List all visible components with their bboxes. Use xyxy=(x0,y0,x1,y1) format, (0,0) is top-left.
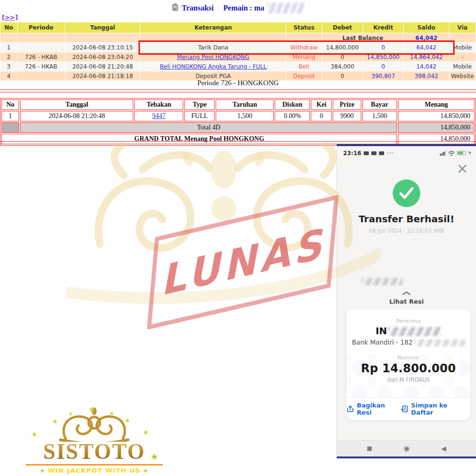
receipt-card: Penerima IN Bank Mandiri - 182 Nominal R… xyxy=(347,309,470,420)
last-balance-label: Last Balance xyxy=(322,33,404,42)
share-receipt-button[interactable]: Bagikan Resi xyxy=(347,402,401,416)
receipt-handle-label[interactable]: Lihat Resi xyxy=(337,298,476,305)
recipient-name: IN xyxy=(347,325,470,337)
grand-total-row: GRAND TOTAL Menang Pool HONGKONG 14,850,… xyxy=(1,134,475,144)
nav-home-icon[interactable]: ◉ xyxy=(404,444,410,453)
redacted-account-blur xyxy=(414,339,465,347)
nav-recent-icon[interactable]: ■ xyxy=(367,445,372,452)
bet-row: 1 2024-06-08 21:20:48 9447 FULL 1,500 0.… xyxy=(1,111,475,121)
col-no: No xyxy=(0,22,17,33)
col-periode: Periode xyxy=(18,22,65,33)
beli-hongkong-link[interactable]: Beli HONGKONG Angka Tarung - FULL xyxy=(160,63,267,70)
phone-status-bar: 23:16 ··· ϟ xyxy=(337,146,476,157)
logo-tagline: ★ WIN JACKPOT WITH US ★ xyxy=(23,467,166,474)
divider xyxy=(0,92,476,92)
table-header-row: No Periode Tanggal Keterangan Status Deb… xyxy=(0,22,476,33)
keyboard-icon xyxy=(379,151,384,155)
col-tanggal: Tanggal xyxy=(65,22,140,33)
recipient-label: Penerima xyxy=(347,318,470,324)
menang-pool-link[interactable]: Menang Pool HONGKONG xyxy=(177,54,249,60)
android-nav-bar: ■ ◉ ◀ xyxy=(337,440,476,456)
last-balance-value: 64,042 xyxy=(404,33,449,42)
star-icon: ★ xyxy=(40,467,45,474)
receipt-actions: Bagikan Resi Simpan ke Daftar xyxy=(347,397,470,420)
nav-back-icon[interactable]: ◀ xyxy=(441,445,446,452)
save-to-list-button[interactable]: Simpan ke Daftar xyxy=(401,402,470,416)
periode-title: Periode 726 - HONGKONG xyxy=(0,79,476,87)
col-debet: Debet xyxy=(322,22,363,33)
battery-icon xyxy=(457,151,466,155)
close-icon[interactable]: × xyxy=(456,161,468,176)
bet-detail-table: No Tanggal Tebakan Type Taruhan Diskon K… xyxy=(0,98,476,146)
page-title-prefix: Transaksi xyxy=(182,4,214,12)
total-label: Total 4D xyxy=(20,122,397,133)
message-icon xyxy=(364,151,369,155)
clipboard-icon xyxy=(172,3,179,13)
star-icon: ★ xyxy=(143,467,149,474)
bet-header-row: No Tanggal Tebakan Type Taruhan Diskon K… xyxy=(1,99,475,110)
total-row: Total 4D 14,850,000 xyxy=(1,122,475,133)
gold-swoosh xyxy=(67,254,381,298)
col-kredit: Kredit xyxy=(363,22,404,33)
redacted-notification-blur xyxy=(362,278,403,285)
col-status: Status xyxy=(286,22,322,33)
sender-line: dari M FIRDAUS xyxy=(347,377,470,383)
grand-total-label: GRAND TOTAL Menang Pool HONGKONG xyxy=(1,134,397,144)
total-value: 14,850,000 xyxy=(398,122,475,133)
redacted-name-blur xyxy=(388,327,441,336)
table-row: 2 726 - HKAB 2024-06-08 23:04:20 Menang … xyxy=(0,52,476,61)
more-icon: ··· xyxy=(387,149,394,157)
star-icon: ★ xyxy=(89,405,96,414)
star-icon: ★ xyxy=(69,411,73,416)
cast-icon xyxy=(371,151,377,155)
save-contact-icon xyxy=(401,405,408,413)
transfer-datetime: 08 Jun 2024 · 23:16:03 WIB xyxy=(337,228,476,234)
star-icon: ★ xyxy=(52,418,58,425)
table-row: 1 2024-06-08 23:10:15 Tarik Dana Withdra… xyxy=(0,43,476,52)
phone-screenshot: 23:16 ··· ϟ × Transfer Berhasil! 08 Jun … xyxy=(337,144,476,458)
share-icon xyxy=(347,405,354,413)
recipient-bank: Bank Mandiri - 182 xyxy=(347,338,470,347)
page-header: Transaksi Pemain : ma xyxy=(0,0,476,14)
receipt-handle[interactable]: Lihat Resi xyxy=(337,288,476,305)
amount-value: Rp 14.800.000 xyxy=(347,362,470,375)
divider xyxy=(0,89,476,90)
charging-bolt-icon: ϟ xyxy=(468,150,471,156)
last-balance-row: Last Balance 64,042 xyxy=(0,33,476,42)
divider xyxy=(0,141,476,142)
crown-icon: ★ ★ ★ ★ ★ ★ ★ ★ xyxy=(23,406,166,441)
page-title-player: Pemain : ma xyxy=(223,4,264,12)
next-page-link[interactable]: [>>] xyxy=(2,14,18,21)
col-via: Via xyxy=(449,22,476,33)
success-check-icon xyxy=(393,179,420,207)
col-saldo: Saldo xyxy=(404,22,449,33)
transaction-table: No Periode Tanggal Keterangan Status Deb… xyxy=(0,22,476,81)
star-icon: ★ xyxy=(109,410,114,416)
chevron-up-icon xyxy=(402,291,411,295)
wifi-icon xyxy=(448,150,455,156)
lunas-stamp: LUNAS xyxy=(147,195,339,330)
redacted-username-blur xyxy=(267,3,304,13)
table-row: 3 726 - HKAB 2024-06-08 21:20:48 Beli HO… xyxy=(0,62,476,71)
sistoto-logo: ★ ★ ★ ★ ★ ★ ★ ★ SISTOTO ★ WIN JACKPOT WI… xyxy=(23,406,166,474)
star-icon: ★ xyxy=(125,417,130,424)
amount-label: Nominal xyxy=(347,355,470,360)
star-icon: ★ xyxy=(143,428,149,436)
col-keterangan: Keterangan xyxy=(140,22,286,33)
transfer-success-title: Transfer Berhasil! xyxy=(337,213,476,225)
logo-wordmark: SISTOTO xyxy=(23,441,166,463)
logo-rule xyxy=(26,464,163,466)
status-time: 23:16 xyxy=(343,150,361,157)
signal-icon xyxy=(440,151,446,156)
lunas-stamp-text: LUNAS xyxy=(159,219,326,305)
gold-crown-watermark xyxy=(67,142,381,308)
star-icon: ★ xyxy=(31,430,38,438)
grand-total-value: 14,850,000 xyxy=(398,134,475,144)
tebakan-link[interactable]: 9447 xyxy=(152,112,166,119)
star-icon: ★ xyxy=(150,451,159,462)
